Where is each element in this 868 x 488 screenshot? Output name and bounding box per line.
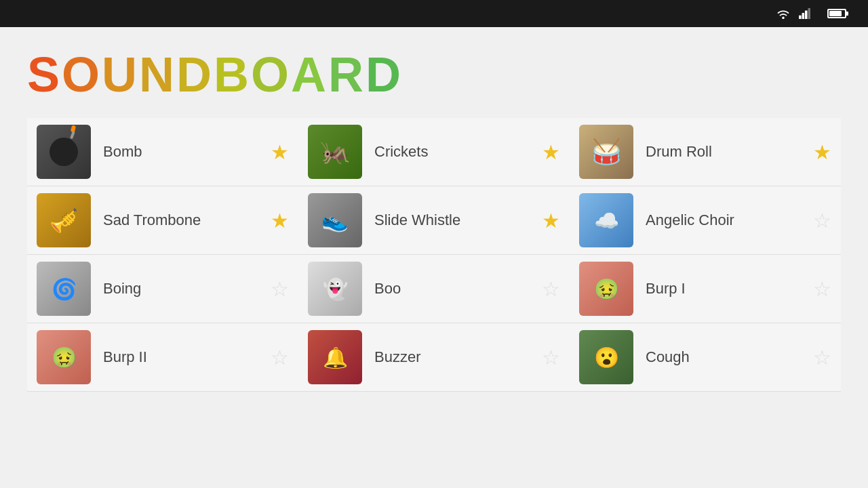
sound-thumb-sad-trombone: 🎺	[37, 193, 91, 247]
sound-item-angelic-choir[interactable]: ☁️ Angelic Choir ☆	[570, 186, 841, 255]
svg-rect-1	[802, 13, 805, 19]
sound-name-boing: Boing	[103, 280, 271, 298]
sound-thumb-drum-roll: 🥁	[579, 125, 633, 179]
sound-item-sad-trombone[interactable]: 🎺 Sad Trombone ★	[27, 186, 298, 255]
wifi-icon	[776, 8, 791, 19]
sound-item-boo[interactable]: 👻 Boo ☆	[298, 255, 570, 323]
sound-name-buzzer: Buzzer	[374, 348, 542, 366]
sound-thumb-crickets: 🦗	[308, 125, 362, 179]
sound-thumb-bomb	[37, 125, 91, 179]
sound-item-cough[interactable]: 😮 Cough ☆	[570, 323, 841, 392]
sound-item-slide-whistle[interactable]: 👟 Slide Whistle ★	[298, 186, 570, 255]
favorite-star-boing[interactable]: ☆	[271, 277, 289, 301]
sound-item-buzzer[interactable]: 🔔 Buzzer ☆	[298, 323, 570, 392]
svg-rect-2	[805, 11, 808, 19]
sound-name-bomb: Bomb	[103, 143, 271, 161]
sound-name-burp-2: Burp II	[103, 348, 271, 366]
sound-name-crickets: Crickets	[374, 143, 542, 161]
favorite-star-angelic-choir[interactable]: ☆	[813, 209, 831, 232]
favorite-star-burp-1[interactable]: ☆	[813, 277, 831, 301]
status-bar	[0, 0, 868, 27]
sound-item-boing[interactable]: 🌀 Boing ☆	[27, 255, 298, 323]
sound-thumb-boo: 👻	[308, 262, 362, 316]
battery-icon	[827, 9, 846, 18]
sound-thumb-cough: 😮	[579, 330, 633, 384]
main-content: SOUNDBOARD Bomb ★ 🦗 Crickets ★ 🥁 Drum Ro…	[0, 27, 868, 392]
sound-name-boo: Boo	[374, 280, 542, 298]
sound-thumb-angelic-choir: ☁️	[579, 193, 633, 247]
sound-thumb-buzzer: 🔔	[308, 330, 362, 384]
sound-item-burp-2[interactable]: 🤢 Burp II ☆	[27, 323, 298, 392]
svg-rect-3	[808, 8, 810, 19]
favorite-star-drum-roll[interactable]: ★	[813, 140, 831, 164]
favorite-star-sad-trombone[interactable]: ★	[271, 209, 289, 232]
favorite-star-burp-2[interactable]: ☆	[271, 346, 289, 369]
sound-thumb-burp-1: 🤢	[579, 262, 633, 316]
app-title-soundboard: SOUNDBOARD	[27, 50, 841, 99]
sound-name-drum-roll: Drum Roll	[646, 143, 813, 161]
favorite-star-boo[interactable]: ☆	[542, 277, 560, 301]
sound-thumb-burp-2: 🤢	[37, 330, 91, 384]
sound-name-sad-trombone: Sad Trombone	[103, 211, 271, 229]
sound-name-burp-1: Burp I	[646, 280, 813, 298]
favorite-star-bomb[interactable]: ★	[271, 140, 289, 164]
sound-thumb-slide-whistle: 👟	[308, 193, 362, 247]
favorite-star-buzzer[interactable]: ☆	[542, 346, 560, 369]
sound-name-cough: Cough	[646, 348, 813, 366]
favorite-star-slide-whistle[interactable]: ★	[542, 209, 560, 232]
sound-thumb-boing: 🌀	[37, 262, 91, 316]
sound-item-bomb[interactable]: Bomb ★	[27, 118, 298, 186]
sound-item-drum-roll[interactable]: 🥁 Drum Roll ★	[570, 118, 841, 186]
sound-grid: Bomb ★ 🦗 Crickets ★ 🥁 Drum Roll ★ 🎺 Sad …	[27, 118, 841, 392]
favorite-star-crickets[interactable]: ★	[542, 140, 560, 164]
sound-name-slide-whistle: Slide Whistle	[374, 211, 542, 229]
sound-name-angelic-choir: Angelic Choir	[646, 211, 813, 229]
favorite-star-cough[interactable]: ☆	[813, 346, 831, 369]
sound-item-crickets[interactable]: 🦗 Crickets ★	[298, 118, 570, 186]
sound-item-burp-1[interactable]: 🤢 Burp I ☆	[570, 255, 841, 323]
signal-icon	[799, 8, 811, 19]
svg-rect-0	[799, 16, 802, 19]
